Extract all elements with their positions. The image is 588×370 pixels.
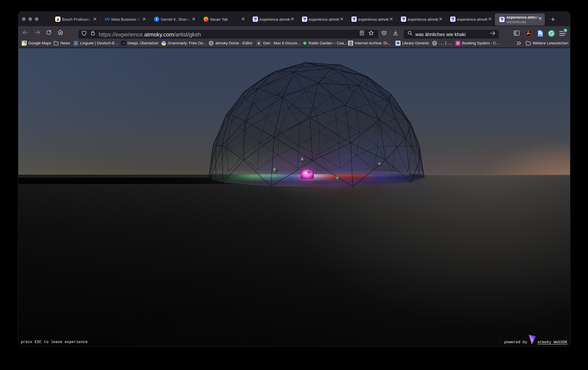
svg-text:D: D <box>457 41 459 45</box>
svg-text:L: L <box>75 41 77 45</box>
svg-text:f: f <box>156 17 158 21</box>
